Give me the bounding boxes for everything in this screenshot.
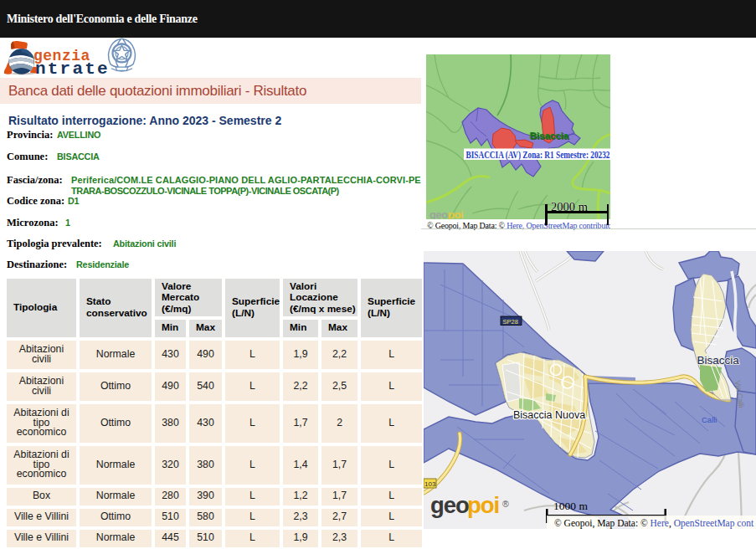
svg-text:Bisaccia: Bisaccia [530, 131, 569, 141]
svg-text:1000 m: 1000 m [553, 500, 588, 512]
svg-text:Bisaccia Nuova: Bisaccia Nuova [513, 409, 585, 421]
svg-text:© Geopoi, Map Data: © Here, Op: © Geopoi, Map Data: © Here, OpenStreetMa… [554, 518, 754, 529]
svg-text:Calli: Calli [702, 415, 717, 424]
svg-text:®: ® [502, 499, 509, 509]
svg-text:geo: geo [429, 208, 448, 220]
svg-text:poi: poi [467, 492, 499, 518]
svg-text:ntrate: ntrate [35, 59, 110, 79]
svg-text:103: 103 [424, 480, 436, 488]
svg-text:geo: geo [430, 492, 469, 518]
svg-text:SP28: SP28 [503, 318, 518, 326]
svg-text:BISACCIA (AV) Zona: R1 Semestr: BISACCIA (AV) Zona: R1 Semestre: 20232 [466, 149, 610, 161]
svg-text:Bisaccia: Bisaccia [697, 354, 740, 367]
svg-text:poi: poi [448, 208, 463, 220]
